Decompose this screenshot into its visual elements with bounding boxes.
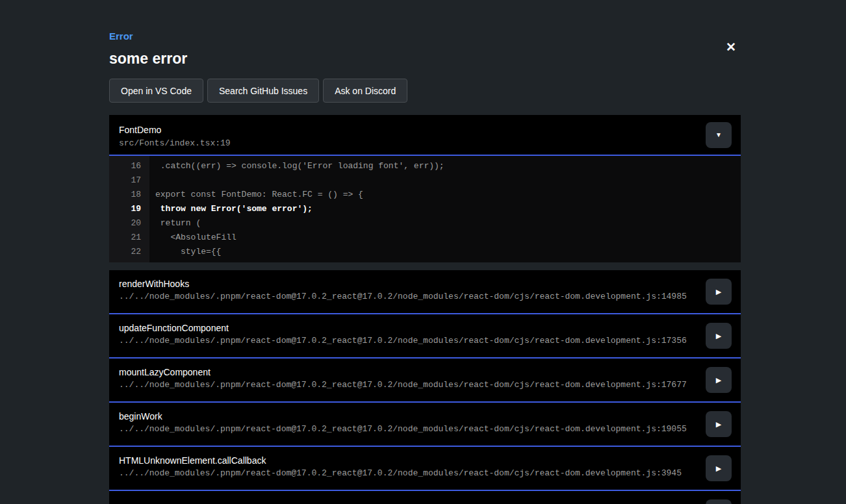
code-frame-location: src/Fonts/index.tsx:19	[119, 138, 741, 148]
stack-frame-title: beginWork	[119, 411, 702, 422]
stack-frame-path: ../../node_modules/.pnpm/react-dom@17.0.…	[119, 380, 702, 390]
expand-frame-button[interactable]: ▶	[706, 323, 732, 349]
open-in-vscode-button[interactable]: Open in VS Code	[109, 79, 203, 103]
code-line: style={{	[149, 245, 741, 259]
code-line-highlighted: throw new Error('some error');	[149, 202, 741, 216]
expand-frame-button[interactable]: ▶	[706, 279, 732, 305]
code-lines: .catch((err) => console.log('Error loadi…	[149, 156, 741, 262]
code-frame-header: FontDemo src/Fonts/index.tsx:19 ▼	[109, 115, 741, 156]
collapse-code-button[interactable]: ▼	[706, 122, 732, 148]
line-number-highlighted: 19	[109, 202, 149, 216]
error-type-label: Error	[109, 31, 133, 42]
action-buttons-row: Open in VS Code Search GitHub Issues Ask…	[109, 79, 407, 103]
error-message: some error	[109, 50, 187, 68]
search-github-issues-button[interactable]: Search GitHub Issues	[207, 79, 319, 103]
stack-trace-list: renderWithHooks ../../node_modules/.pnpm…	[109, 270, 741, 504]
stack-frame-path: ../../node_modules/.pnpm/react-dom@17.0.…	[119, 424, 702, 434]
line-number: 18	[109, 188, 149, 202]
code-line: return (	[149, 216, 741, 231]
code-snippet: 16 17 18 19 20 21 22 .catch((err) => con…	[109, 156, 741, 262]
line-number-gutter: 16 17 18 19 20 21 22	[109, 156, 149, 262]
stack-frame-renderwithhooks: renderWithHooks ../../node_modules/.pnpm…	[109, 270, 741, 314]
stack-frame-path: ../../node_modules/.pnpm/react-dom@17.0.…	[119, 292, 702, 301]
line-number: 20	[109, 216, 149, 231]
stack-frame-title: HTMLUnknownElement.callCallback	[119, 455, 702, 466]
stack-frame-title: updateFunctionComponent	[119, 323, 702, 333]
stack-frame-title: mountLazyComponent	[119, 367, 702, 377]
triangle-right-icon: ▶	[716, 465, 721, 472]
stack-frame-path: ../../node_modules/.pnpm/react-dom@17.0.…	[119, 336, 702, 346]
expand-frame-button[interactable]: ▶	[706, 455, 732, 481]
expand-frame-button[interactable]: ▶	[706, 499, 732, 504]
code-line	[149, 173, 741, 188]
stack-frame-path: ../../node_modules/.pnpm/react-dom@17.0.…	[119, 468, 702, 478]
chevron-down-icon: ▼	[715, 132, 722, 138]
code-line: export const FontDemo: React.FC = () => …	[149, 188, 741, 202]
stack-frame-mountlazycomponent: mountLazyComponent ../../node_modules/.p…	[109, 359, 741, 403]
triangle-right-icon: ▶	[716, 333, 721, 340]
code-line: <AbsoluteFill	[149, 231, 741, 245]
close-icon[interactable]: ✕	[720, 37, 742, 58]
stack-frame-callcallback: HTMLUnknownElement.callCallback ../../no…	[109, 447, 741, 491]
code-line: .catch((err) => console.log('Error loadi…	[149, 159, 741, 173]
triangle-right-icon: ▶	[716, 421, 721, 428]
line-number: 22	[109, 245, 149, 259]
expand-frame-button[interactable]: ▶	[706, 411, 732, 437]
line-number: 21	[109, 231, 149, 245]
code-frame: FontDemo src/Fonts/index.tsx:19 ▼ 16 17 …	[109, 115, 741, 262]
ask-on-discord-button[interactable]: Ask on Discord	[323, 79, 407, 103]
code-frame-title: FontDemo	[119, 125, 741, 135]
stack-frame-title: renderWithHooks	[119, 279, 702, 289]
triangle-right-icon: ▶	[716, 377, 721, 384]
expand-frame-button[interactable]: ▶	[706, 367, 732, 393]
line-number: 16	[109, 159, 149, 173]
error-overlay: { "header": { "label": "Error", "message…	[0, 0, 846, 504]
stack-frame-partial: ▶	[109, 491, 741, 504]
line-number: 17	[109, 173, 149, 188]
triangle-right-icon: ▶	[716, 288, 721, 296]
stack-frame-beginwork: beginWork ../../node_modules/.pnpm/react…	[109, 403, 741, 447]
stack-frame-updatefunctioncomponent: updateFunctionComponent ../../node_modul…	[109, 314, 741, 359]
